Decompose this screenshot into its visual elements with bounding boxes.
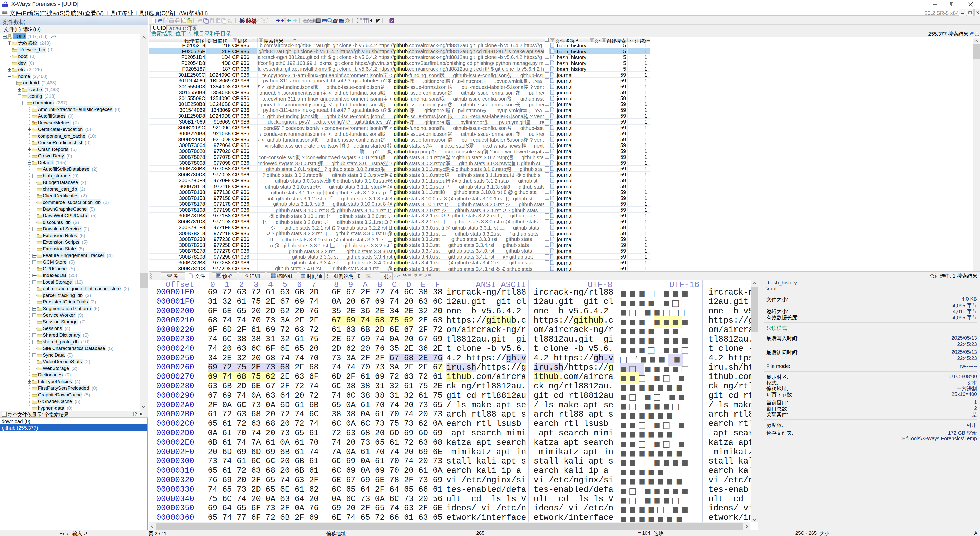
svg-text:010: 010 bbox=[228, 21, 232, 24]
svg-text:HEX: HEX bbox=[263, 22, 268, 24]
svg-text:HEX: HEX bbox=[252, 22, 256, 24]
svg-text:101: 101 bbox=[228, 19, 232, 21]
svg-text:B: B bbox=[259, 21, 261, 24]
svg-text:?: ? bbox=[391, 19, 393, 23]
svg-text:A: A bbox=[263, 18, 265, 21]
svg-text:A: A bbox=[257, 18, 259, 21]
